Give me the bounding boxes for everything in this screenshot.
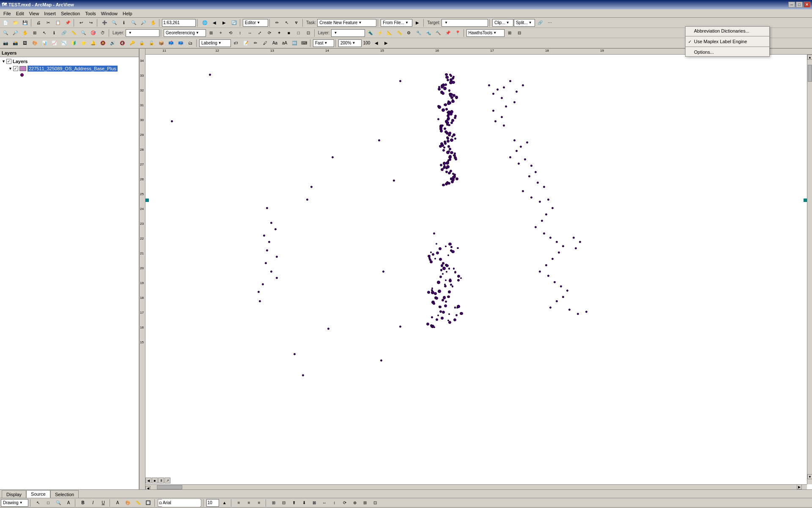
pan-tool[interactable]: ✋ xyxy=(20,29,30,37)
task-dropdown[interactable]: Create New Feature ▼ xyxy=(317,19,376,27)
scrollbar-vertical[interactable]: ▲ ▼ xyxy=(807,55,812,484)
align-btn[interactable]: ⊞ xyxy=(360,499,370,507)
flip-v-btn[interactable]: ↕ xyxy=(330,499,339,507)
geo-extra5[interactable]: ⚙ xyxy=(404,29,414,37)
undo-button[interactable]: ↩ xyxy=(77,19,86,27)
line-color-btn[interactable]: 📏 xyxy=(133,499,143,507)
draw-zoom-btn[interactable]: 🔍 xyxy=(54,499,63,507)
split-dropdown[interactable]: Split... ▼ xyxy=(514,19,535,27)
tb3-btn7[interactable]: 📉 xyxy=(59,39,69,47)
menu-abbreviation[interactable]: Abbreviation Dictionaries... xyxy=(686,27,769,35)
label-btn1[interactable]: 🏷 xyxy=(231,39,241,47)
scroll-thumb-v[interactable] xyxy=(808,65,812,82)
scroll-right-btn[interactable]: ▶ xyxy=(381,39,391,47)
draw-shapes-btn[interactable]: □ xyxy=(44,499,53,507)
menu-file[interactable]: File xyxy=(1,10,14,17)
zoom-next[interactable]: ▶ xyxy=(219,19,229,27)
select-tool[interactable]: ↖ xyxy=(40,29,49,37)
full-extent-tool[interactable]: ⊞ xyxy=(30,29,39,37)
layer-item[interactable]: ▼ ✓ 227511_325089_OS_Address_Base_Plus xyxy=(8,65,138,72)
tb3-btn17[interactable]: 📦 xyxy=(156,39,166,47)
tb3-btn15[interactable]: 🔒 xyxy=(137,39,146,47)
hawths-btn2[interactable]: ⊟ xyxy=(515,29,524,37)
scroll-left-btn[interactable]: ◀ xyxy=(372,39,381,47)
overview-btn-pause[interactable]: ⏸ xyxy=(158,478,164,483)
label-btn2[interactable]: 📝 xyxy=(241,39,250,47)
layer-expand-icon[interactable]: ▼ xyxy=(8,66,12,71)
bold-btn[interactable]: B xyxy=(78,499,88,507)
snapping-btn[interactable]: 🔗 xyxy=(535,19,545,27)
reshape-tool[interactable]: ⛛ xyxy=(292,19,301,27)
menu-maplex[interactable]: Use Maplex Label Engine xyxy=(686,37,769,46)
tb3-btn9[interactable]: ⭐ xyxy=(79,39,88,47)
scroll-down-arrow[interactable]: ▼ xyxy=(807,474,812,479)
label-btn8[interactable]: ⌨ xyxy=(299,39,309,47)
identify-button[interactable]: ℹ xyxy=(119,19,129,27)
tb3-btn14[interactable]: 🔑 xyxy=(127,39,137,47)
geo-btn7[interactable]: ⟳ xyxy=(265,29,274,37)
geo-extra7[interactable]: 🔩 xyxy=(424,29,433,37)
geo-extra9[interactable]: 📌 xyxy=(443,29,453,37)
align-right-btn[interactable]: ≡ xyxy=(255,499,264,507)
geo-btn8[interactable]: ✦ xyxy=(274,29,284,37)
zoom-out-button[interactable]: 🔎 xyxy=(139,19,148,27)
align-left-btn[interactable]: ≡ xyxy=(234,499,244,507)
geo-extra6[interactable]: 🔧 xyxy=(414,29,423,37)
expand-icon[interactable]: ▼ xyxy=(2,59,5,64)
geo-extra4[interactable]: 📏 xyxy=(395,29,404,37)
redo-button[interactable]: ↪ xyxy=(86,19,96,27)
font-color-btn[interactable]: A xyxy=(113,499,122,507)
cut-button[interactable]: ✂ xyxy=(44,19,53,27)
layer-checkbox[interactable]: ✓ xyxy=(6,59,11,64)
zoom-full-extent[interactable]: 🌐 xyxy=(200,19,209,27)
editor-dropdown[interactable]: Editor ▼ xyxy=(243,19,268,27)
geo-btn4[interactable]: ↕ xyxy=(236,29,245,37)
tb3-btn13[interactable]: 🔇 xyxy=(118,39,127,47)
pan-button[interactable]: ✋ xyxy=(148,19,158,27)
fast-dropdown[interactable]: Fast ▼ xyxy=(313,39,334,47)
scroll-right-arrow[interactable]: ▶ xyxy=(797,484,802,489)
identify-tool[interactable]: ℹ xyxy=(49,29,59,37)
rotate-btn[interactable]: ⟳ xyxy=(340,499,349,507)
geo-btn5[interactable]: ↔ xyxy=(245,29,255,37)
drawing-dropdown[interactable]: Drawing ▼ xyxy=(1,499,28,507)
map-nav-button[interactable]: 🔍 xyxy=(110,19,119,27)
georeferencing-dropdown[interactable]: Georeferencing ▼ xyxy=(164,29,206,37)
geo-extra8[interactable]: 🔨 xyxy=(433,29,443,37)
geo-extra3[interactable]: 📐 xyxy=(385,29,394,37)
tb3-btn18[interactable]: 📫 xyxy=(166,39,176,47)
maximize-button[interactable]: □ xyxy=(796,2,803,8)
more-tools1[interactable]: ⋯ xyxy=(545,19,554,27)
tab-selection[interactable]: Selection xyxy=(50,490,79,498)
overview-btn-prev[interactable]: ◀ xyxy=(145,478,151,483)
font-size-up[interactable]: ▲ xyxy=(220,499,229,507)
menu-selection[interactable]: Selection xyxy=(58,10,82,17)
label-btn3[interactable]: ✏ xyxy=(251,39,260,47)
tb3-btn1[interactable]: 📷 xyxy=(1,39,10,47)
geo-btn9[interactable]: ■ xyxy=(284,29,294,37)
underline-btn[interactable]: U xyxy=(99,499,108,507)
zoom-100-btn[interactable]: 100 xyxy=(362,39,371,47)
tb3-btn5[interactable]: 📊 xyxy=(40,39,49,47)
group-btn[interactable]: ⊞ xyxy=(269,499,278,507)
from-file-dropdown[interactable]: From File... ▼ xyxy=(381,19,412,27)
tab-source[interactable]: Source xyxy=(26,490,50,498)
tb3-btn3[interactable]: 🖼 xyxy=(20,39,30,47)
zoom-out-tool[interactable]: 🔎 xyxy=(11,29,20,37)
hyperlink-tool[interactable]: 🔗 xyxy=(59,29,69,37)
sketch-tool[interactable]: ✏ xyxy=(272,19,282,27)
tb3-btn10[interactable]: 🔔 xyxy=(88,39,98,47)
minimize-button[interactable]: ─ xyxy=(788,2,795,8)
scroll-up-arrow[interactable]: ▲ xyxy=(807,55,812,60)
scrollbar-horizontal[interactable]: ◀ ▶ xyxy=(145,484,807,489)
measure-tool[interactable]: 📏 xyxy=(69,29,78,37)
time-slider-tool[interactable]: ⏱ xyxy=(98,29,107,37)
layer-dropdown[interactable]: ▼ xyxy=(126,29,159,37)
geo-btn1[interactable]: ⊞ xyxy=(206,29,216,37)
copy-button[interactable]: 📋 xyxy=(53,19,63,27)
send-back-btn[interactable]: ⬇ xyxy=(299,499,309,507)
close-button[interactable]: ✕ xyxy=(804,2,810,8)
overview-btn-stop[interactable]: ■ xyxy=(152,478,158,483)
tb3-btn19[interactable]: 📪 xyxy=(176,39,185,47)
tb3-btn16[interactable]: 🔓 xyxy=(147,39,156,47)
